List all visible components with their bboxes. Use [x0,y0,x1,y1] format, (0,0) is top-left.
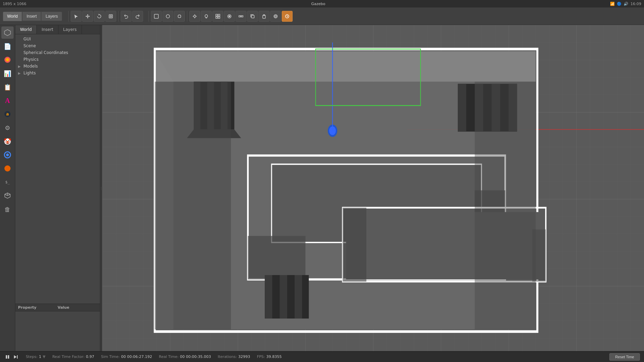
realtime-factor-display: Real Time Factor: 0.97 [52,355,94,359]
chrome-icon-btn[interactable] [1,149,14,161]
tab-layers[interactable]: Layers [41,12,62,21]
cylinder-tool[interactable] [174,11,185,22]
terminal-icon-btn[interactable]: $_ [1,176,14,188]
svg-point-11 [194,15,196,17]
tree-item-lights[interactable]: ▶ Lights [15,70,100,76]
step-btn[interactable] [12,354,19,360]
sim-time-label: Sim Time: [101,355,120,359]
svg-rect-82 [8,355,9,359]
orange-icon-btn[interactable] [1,162,14,175]
app-title: Gazebo [27,2,610,6]
left-panel: World Insert Layers GUI Scene Spherical … [15,25,100,351]
statusbar: Steps: 1 ▼ Real Time Factor: 0.97 Sim Ti… [0,351,644,362]
undo-redo [121,11,146,22]
svg-rect-8 [154,14,158,18]
orange-tool[interactable] [282,11,293,22]
translate-tool[interactable] [82,11,93,22]
svg-rect-18 [218,14,220,16]
svg-point-22 [229,16,230,17]
panel-tab-insert[interactable]: Insert [37,25,58,34]
toolbar: World Insert Layers [0,7,644,25]
file-icon-btn[interactable]: 📄 [1,40,14,52]
audio-btn[interactable] [270,11,281,22]
separator-4 [187,11,187,22]
viewport[interactable] [102,25,644,351]
clown-icon-btn[interactable]: 🤡 [1,135,14,147]
svg-marker-76 [265,275,272,319]
rtf-value: 0.97 [86,355,94,359]
toolbar-tabs: World Insert Layers [3,12,62,21]
fps-label: FPS: [257,355,265,359]
firefox-icon-btn[interactable] [1,54,14,66]
svg-point-29 [274,15,277,18]
clock: 16:09 [630,2,641,6]
tab-world[interactable]: World [3,12,22,21]
svg-marker-69 [248,236,305,279]
grid-btn[interactable] [212,11,223,22]
panel-tabs: World Insert Layers [15,25,100,34]
tab-insert[interactable]: Insert [22,12,41,21]
fps-display: FPS: 39.8355 [257,355,282,359]
real-time-value: 00 00:00:35.003 [180,355,211,359]
dimensions-label: 644 x 362 [3,2,27,6]
svg-line-42 [7,194,10,196]
svg-rect-84 [17,355,18,359]
contact-btn[interactable] [224,11,235,22]
spreadsheet-icon-btn[interactable]: 📊 [1,67,14,79]
reset-time-button[interactable]: Reset Time [609,353,640,361]
svg-marker-79 [155,82,231,329]
paste-btn[interactable] [259,11,269,22]
separator-1 [68,11,69,22]
play-controls [4,354,19,360]
tree-item-models[interactable]: ▶ Models [15,63,100,70]
tree-item-gui[interactable]: GUI [15,36,100,42]
svg-point-9 [166,15,170,18]
svg-marker-58 [458,84,466,132]
redo-btn[interactable] [132,11,143,22]
sphere-tool[interactable] [162,11,173,22]
iterations-label: Iterations: [218,355,237,359]
svg-rect-10 [178,15,181,18]
rtf-label: Real Time Factor: [52,355,85,359]
svg-point-30 [275,15,277,17]
doc-icon-btn[interactable]: 📋 [1,81,14,93]
steps-display: Steps: 1 ▼ [26,355,46,359]
scene-viewport [102,25,644,351]
scale-tool[interactable] [105,11,116,22]
steps-value: 1 [39,355,41,359]
svg-marker-80 [475,82,536,329]
real-time-label: Real Time: [159,355,179,359]
settings-icon-btn[interactable]: ⚙ [1,122,14,134]
tree-item-physics[interactable]: Physics [15,56,100,63]
svg-point-39 [4,165,11,171]
amazon-icon-btn[interactable]: a [1,108,14,120]
svg-marker-73 [343,208,366,282]
system-icons: 📶 🔵 🔊 16:09 [610,2,641,6]
joints-btn[interactable] [236,11,246,22]
undo-btn[interactable] [121,11,132,22]
shape-tools [151,11,185,22]
panel-tab-layers[interactable]: Layers [58,25,82,34]
3dbox-icon-btn[interactable] [1,189,14,202]
svg-rect-20 [218,17,220,18]
sun-btn[interactable] [189,11,200,22]
trash-icon-btn[interactable]: 🗑 [1,203,14,215]
box-tool[interactable] [151,11,162,22]
svg-line-43 [5,194,7,196]
property-header: Property Value [15,304,100,311]
tree-item-scene[interactable]: Scene [15,42,100,49]
light-btn[interactable] [201,11,212,22]
separator-3 [149,11,149,22]
pause-btn[interactable] [4,354,11,360]
select-tool[interactable] [71,11,82,22]
svg-marker-50 [155,51,536,82]
svg-marker-78 [295,275,302,319]
rotate-tool[interactable] [94,11,105,22]
gazebo-icon-btn[interactable] [1,26,14,39]
copy-btn[interactable] [247,11,258,22]
font-icon-btn[interactable]: A [1,94,14,107]
panel-tab-world[interactable]: World [15,25,37,34]
svg-marker-2 [87,14,88,15]
tree-item-spherical-coords[interactable]: Spherical Coordinates [15,49,100,56]
svg-marker-77 [280,275,287,319]
